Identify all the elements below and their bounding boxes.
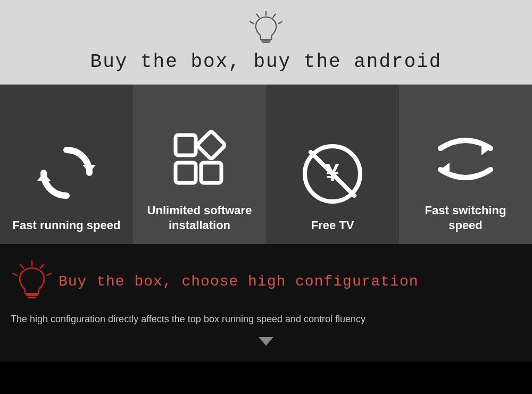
svg-rect-10: [176, 135, 196, 155]
svg-marker-9: [37, 173, 51, 181]
feature-label-fast-switching: Fast switching speed: [407, 203, 524, 233]
feature-label-free-tv: Free TV: [311, 218, 354, 233]
feature-label-fast-running: Fast running speed: [13, 218, 121, 233]
no-yen-icon: ¥: [298, 139, 367, 208]
feature-grid: Fast running speed Unlimited software in…: [0, 85, 532, 244]
bottom-title: Buy the box, choose high configuration: [59, 273, 419, 290]
apps-icon: [165, 124, 234, 194]
top-title: Buy the box, buy the android: [90, 51, 442, 73]
svg-rect-13: [197, 131, 226, 160]
feature-cell-unlimited-software: Unlimited software installation: [133, 85, 266, 244]
down-arrow-shape: [259, 337, 273, 346]
bottom-header: Buy the box, choose high configuration: [11, 260, 521, 303]
feature-cell-fast-switching: Fast switching speed: [399, 85, 532, 244]
top-section: Buy the box, buy the android: [0, 0, 532, 85]
feature-cell-fast-running: Fast running speed: [0, 85, 133, 244]
svg-rect-11: [176, 163, 196, 183]
svg-line-20: [40, 264, 44, 268]
down-arrow: [11, 337, 521, 346]
bulb-icon-top: [247, 10, 285, 47]
feature-cell-free-tv: ¥ Free TV: [266, 85, 399, 244]
bottom-section: Buy the box, choose high configuration T…: [0, 244, 532, 362]
svg-line-23: [20, 264, 23, 268]
svg-line-2: [279, 22, 282, 24]
svg-line-3: [250, 22, 253, 24]
switch-icon: [431, 124, 500, 194]
feature-label-unlimited-software: Unlimited software installation: [141, 203, 258, 233]
svg-line-21: [47, 273, 51, 275]
svg-line-1: [273, 14, 275, 18]
svg-line-4: [257, 14, 259, 18]
svg-line-22: [13, 273, 17, 275]
svg-text:¥: ¥: [326, 158, 339, 186]
svg-rect-12: [201, 163, 221, 183]
bulb-icon-red: [11, 260, 53, 303]
bottom-description: The high configuration directly affects …: [11, 312, 521, 326]
svg-marker-8: [82, 165, 96, 173]
sync-icon: [32, 139, 101, 208]
